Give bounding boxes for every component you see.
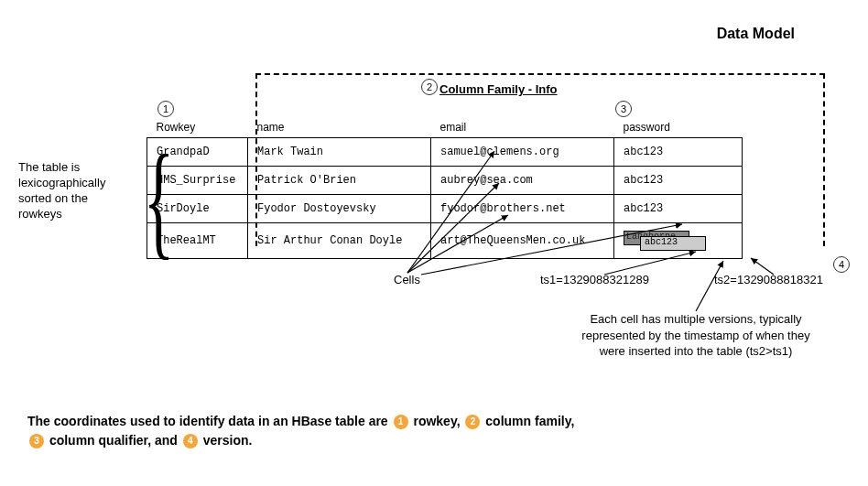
marker-version: 4: [833, 256, 850, 273]
cell-email: aubrey@sea.com: [431, 167, 614, 195]
cell-name: Mark Twain: [248, 138, 431, 167]
caption-pre: The coordinates used to identify data in…: [27, 414, 392, 428]
cell-name: Patrick O'Brien: [248, 167, 431, 195]
cell-name: Sir Arthur Conan Doyle: [248, 223, 431, 259]
header-rowkey: Rowkey: [147, 117, 248, 138]
cell-password: abc123: [614, 195, 743, 223]
versioned-cell-stack: Langhorne abc123: [624, 231, 706, 251]
marker-column-qualifier: 3: [615, 101, 632, 117]
figure-caption: The coordinates used to identify data in…: [27, 412, 842, 450]
cell-rowkey: HMS_Surprise: [147, 167, 248, 195]
caption-bullet-3: 3: [29, 434, 44, 448]
cell-rowkey: SirDoyle: [147, 195, 248, 223]
caption-p4: version.: [203, 433, 253, 448]
caption-bullet-2: 2: [465, 415, 480, 429]
table-row: TheRealMT Sir Arthur Conan Doyle art@The…: [147, 223, 743, 259]
version-new-cell: abc123: [640, 236, 706, 251]
cell-email: samuel@clemens.org: [431, 138, 614, 167]
caption-p3: column qualifier, and: [49, 433, 181, 448]
cell-name: Fyodor Dostoyevsky: [248, 195, 431, 223]
cell-password: abc123: [614, 167, 743, 195]
ts1-label: ts1=1329088321289: [540, 273, 649, 286]
cell-password-versioned: Langhorne abc123: [614, 223, 743, 259]
cell-rowkey: GrandpaD: [147, 138, 248, 167]
table-row: SirDoyle Fyodor Dostoyevsky fyodor@broth…: [147, 195, 743, 223]
header-name: name: [248, 117, 431, 138]
cell-email: art@TheQueensMen.co.uk: [431, 223, 614, 259]
caption-bullet-1: 1: [394, 415, 408, 429]
caption-p1: rowkey,: [413, 414, 463, 428]
column-family-header: Column Family - Info: [439, 82, 558, 96]
cell-password: abc123: [614, 138, 743, 167]
left-sort-note: The table is lexicographically sorted on…: [18, 160, 128, 222]
page-title: Data Model: [717, 26, 795, 42]
marker-rowkey: 1: [157, 101, 174, 117]
hbase-table: Rowkey name email password GrandpaD Mark…: [146, 117, 743, 259]
version-note: Each cell has multiple versions, typical…: [568, 311, 824, 360]
caption-bullet-4: 4: [183, 434, 198, 448]
table-row: GrandpaD Mark Twain samuel@clemens.org a…: [147, 138, 743, 167]
cell-rowkey: TheRealMT: [147, 223, 248, 259]
cell-email: fyodor@brothers.net: [431, 195, 614, 223]
header-email: email: [431, 117, 614, 138]
caption-p2: column family,: [485, 414, 574, 428]
cells-label: Cells: [394, 273, 420, 286]
header-password: password: [614, 117, 743, 138]
table-row: HMS_Surprise Patrick O'Brien aubrey@sea.…: [147, 167, 743, 195]
ts2-label: ts2=1329088818321: [714, 273, 823, 286]
marker-column-family: 2: [421, 79, 438, 95]
